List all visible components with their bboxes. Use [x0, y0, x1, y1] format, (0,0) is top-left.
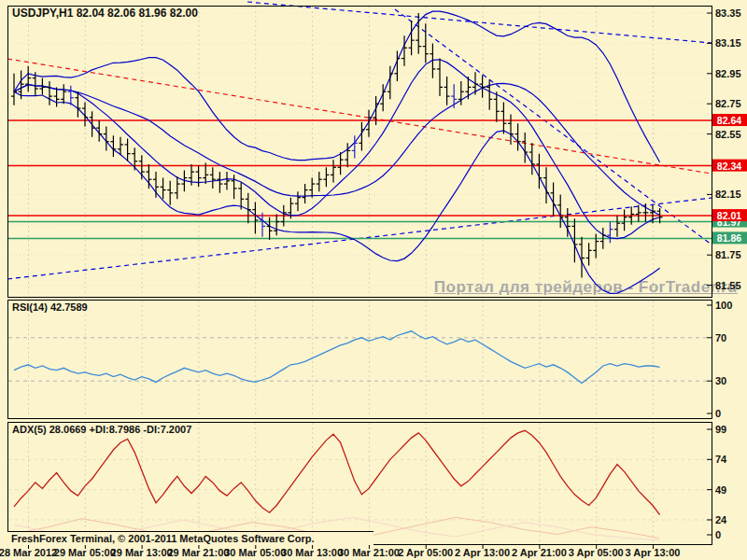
- rsi-tick-label: 30: [715, 375, 726, 386]
- time-tick-label: 29 Mar 05:00: [54, 547, 116, 558]
- time-tick-label: 2 Apr 13:00: [455, 547, 510, 558]
- sma-fast: [14, 60, 660, 239]
- bollinger-upper: [14, 11, 660, 162]
- price-badge-label: 82.34: [717, 161, 741, 172]
- time-tick-label: 28 Mar 2012: [0, 547, 57, 558]
- time-tick-label: 30 Mar 21:00: [338, 547, 400, 558]
- bollinger-lower: [14, 91, 660, 293]
- time-tick-label: 30 Mar 05:00: [224, 547, 286, 558]
- rsi-tick-label: 70: [715, 332, 726, 343]
- bollinger-middle: [14, 83, 660, 215]
- rsi-line: [14, 331, 660, 384]
- adx-panel-border[interactable]: [8, 423, 712, 545]
- price-tick-label: 81.55: [715, 280, 741, 291]
- adx-indicator-label: ADX(5) 28.0669 +DI:8.7986 -DI:7.2007: [12, 424, 191, 435]
- time-tick-label: 2 Apr 05:00: [398, 547, 453, 558]
- rsi-indicator-label: RSI(14) 42.7589: [12, 301, 88, 313]
- terminal-root: { "header": { "symbol": "USDJPY", "timef…: [0, 0, 747, 560]
- price-tick-label: 82.95: [715, 68, 741, 79]
- time-tick-label: 29 Mar 13:00: [111, 547, 173, 558]
- rsi-tick-label: 100: [715, 300, 732, 311]
- price-tick-label: 82.75: [715, 98, 741, 109]
- time-tick-label: 30 Mar 13:00: [281, 547, 343, 558]
- time-tick-label: 2 Apr 21:00: [512, 547, 567, 558]
- adx-tick-label: 0: [715, 529, 721, 540]
- blue-trendline: [247, 2, 712, 43]
- price-tick-label: 83.35: [715, 7, 741, 19]
- price-badge-label: 81.86: [717, 232, 741, 244]
- price-badge-label: 82.01: [717, 210, 741, 221]
- adx-tick-label: 74: [715, 454, 727, 465]
- time-tick-label: 3 Apr 13:00: [626, 547, 681, 558]
- rsi-tick-label: 0: [715, 408, 721, 419]
- chart-canvas[interactable]: 83.3583.1582.9582.7582.5582.1581.7581.55…: [0, 0, 747, 560]
- price-tick-label: 81.75: [715, 249, 741, 260]
- copyright-note: FreshForex Terminal, © 2001-2011 MetaQuo…: [7, 531, 374, 545]
- adx-tick-label: 99: [715, 424, 726, 435]
- price-tick-label: 82.15: [715, 189, 741, 200]
- symbol-ohlc-header: USDJPY,H1 82.04 82.06 81.96 82.00: [12, 7, 198, 20]
- rsi-panel-border[interactable]: [8, 301, 712, 419]
- time-tick-label: 29 Mar 21:00: [167, 547, 229, 558]
- time-tick-label: 3 Apr 05:00: [569, 547, 624, 558]
- price-tick-label: 82.55: [715, 129, 741, 140]
- adx-tick-label: 49: [715, 484, 726, 496]
- price-tick-label: 83.15: [715, 37, 741, 49]
- price-badge-label: 82.64: [717, 115, 741, 126]
- adx-line: [14, 430, 660, 514]
- adx-tick-label: 24: [715, 514, 727, 525]
